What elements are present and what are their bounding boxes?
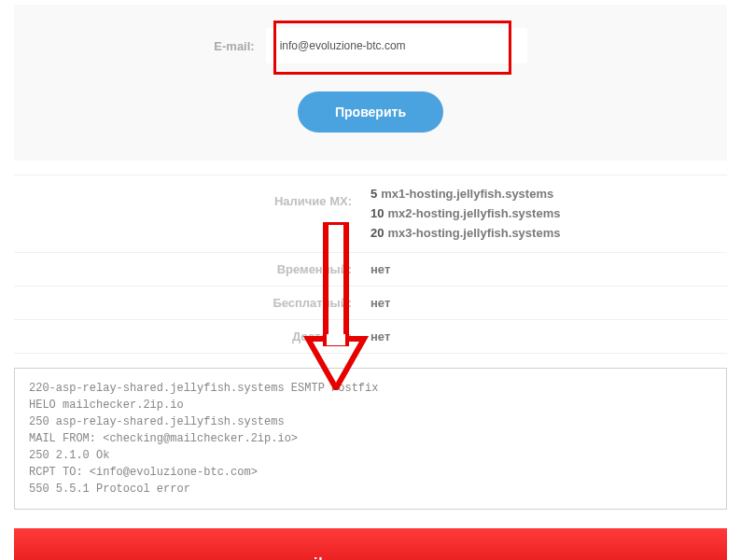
mx-label: Наличие MX: (14, 185, 370, 208)
log-line: 250 2.1.0 Ok (29, 447, 712, 464)
delivery-label: Доставка: (14, 329, 370, 343)
mx-priority: 10 (370, 204, 384, 224)
mx-host: mx2-hosting.jellyfish.systems (387, 204, 560, 224)
temporary-row: Временный: нет (14, 253, 727, 287)
free-row: Бесплатный: нет (14, 287, 727, 320)
email-label: E-mail: (214, 39, 254, 53)
free-value: нет (370, 296, 727, 310)
log-line: RCPT TO: <info@evoluzione-btc.com> (29, 464, 712, 481)
mx-host: mx1-hosting.jellyfish.systems (381, 185, 553, 204)
mx-host: mx3-hosting.jellyfish.systems (387, 224, 560, 244)
check-button[interactable]: Проверить (298, 91, 443, 133)
log-line: HELO mailchecker.2ip.io (29, 397, 712, 413)
mx-record: 5 mx1-hosting.jellyfish.systems (370, 185, 727, 204)
mx-record: 20 mx3-hosting.jellyfish.systems (370, 224, 727, 244)
mx-priority: 5 (370, 185, 377, 204)
email-check-form: E-mail: Проверить (14, 5, 727, 161)
smtp-log: 220-asp-relay-shared.jellyfish.systems E… (14, 368, 727, 510)
result-banner: e-mail не существует (14, 528, 727, 560)
free-label: Бесплатный: (14, 296, 370, 310)
log-line: MAIL FROM: <checking@mailchecker.2ip.io> (29, 430, 712, 447)
mx-record: 10 mx2-hosting.jellyfish.systems (370, 204, 727, 224)
mx-value: 5 mx1-hosting.jellyfish.systems 10 mx2-h… (370, 185, 727, 243)
mx-row: Наличие MX: 5 mx1-hosting.jellyfish.syst… (14, 175, 727, 253)
form-row: E-mail: (14, 28, 727, 63)
info-section: Наличие MX: 5 mx1-hosting.jellyfish.syst… (14, 175, 727, 354)
delivery-value: нет (370, 329, 727, 343)
log-line: 250 asp-relay-shared.jellyfish.systems (29, 413, 712, 430)
log-line: 220-asp-relay-shared.jellyfish.systems E… (29, 380, 712, 397)
mx-priority: 20 (370, 224, 384, 244)
temporary-value: нет (370, 262, 727, 276)
log-line: 550 5.5.1 Protocol error (29, 481, 712, 497)
temporary-label: Временный: (14, 262, 370, 276)
email-field[interactable] (266, 28, 527, 63)
delivery-row: Доставка: нет (14, 320, 727, 354)
